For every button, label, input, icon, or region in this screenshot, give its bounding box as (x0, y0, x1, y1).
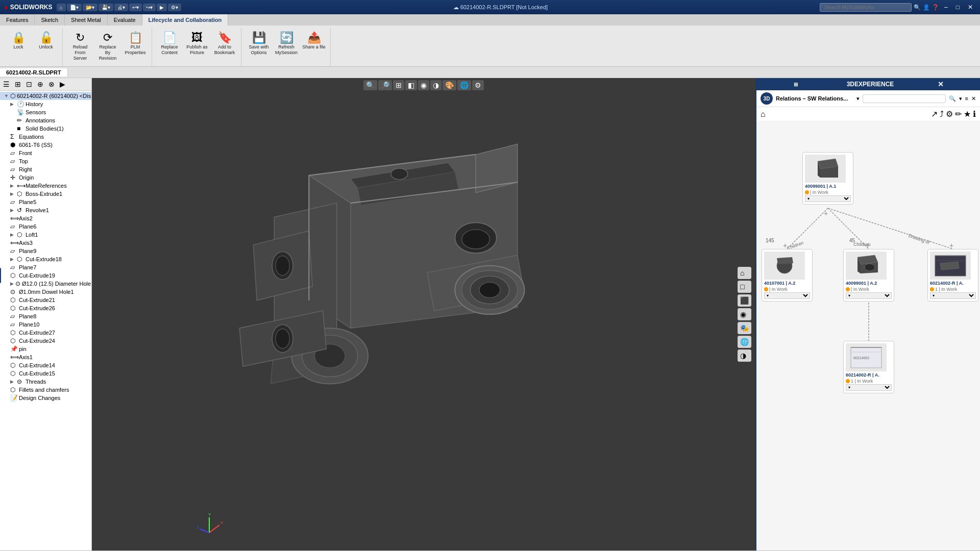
vt-view-icon[interactable]: 🌐 (457, 80, 471, 90)
help-icon[interactable]: ❓ (932, 4, 939, 11)
tree-item-plane10[interactable]: ▱ Plane10 (0, 320, 91, 329)
tree-item-loft1[interactable]: ▶ ⬡ Loft1 (0, 231, 91, 239)
relation-node-2[interactable]: 40107001 | A.2 | In Work ▾ (762, 249, 813, 302)
tree-item-cut-extrude27[interactable]: ⬡ Cut-Extrude27 (0, 329, 91, 337)
vt-appearance-icon[interactable]: ◑ (430, 80, 442, 90)
share-a-file-button[interactable]: 📤 Share a file (301, 30, 327, 53)
tree-item-cut-extrude15[interactable]: ⬡ Cut-Extrude15 (0, 369, 91, 378)
ft-icon-orient[interactable]: ⊕ (35, 79, 45, 89)
tree-item-cut-extrude14[interactable]: ⬡ Cut-Extrude14 (0, 361, 91, 369)
tree-item-front[interactable]: ▱ Front (0, 149, 91, 157)
node-dropdown[interactable]: ▾ (846, 384, 892, 391)
tab-lifecycle[interactable]: Lifecycle and Collaboration (142, 14, 229, 26)
home-icon[interactable]: ⌂ (57, 4, 66, 11)
node-dropdown[interactable]: ▾ (930, 292, 976, 299)
tree-item-sensors[interactable]: 📡 Sensors (0, 108, 91, 116)
relations-search[interactable] (863, 94, 945, 103)
add-to-bookmark-button[interactable]: 🔖 Add to Bookmark (211, 30, 238, 58)
tree-item-cut-extrude26[interactable]: ⬡ Cut-Extrude26 (0, 304, 91, 312)
close-button[interactable]: ✕ (965, 3, 976, 12)
options-icon[interactable]: ⚙▾ (168, 4, 181, 11)
tree-item-cut-extrude18[interactable]: ▶ ⬡ Cut-Extrude18 (0, 255, 91, 263)
plm-properties-button[interactable]: 📋 PLM Properties (122, 30, 149, 58)
tree-item-plane6[interactable]: ▱ Plane6 (0, 222, 91, 231)
vt-grid-icon[interactable]: ⊞ (393, 80, 404, 90)
filter-icon[interactable]: ▾ (959, 95, 962, 102)
tree-item-top[interactable]: ▱ Top (0, 157, 91, 165)
unlock-button[interactable]: 🔓 Unlock (33, 30, 59, 53)
tree-item-cut-extrude21[interactable]: ⬡ Cut-Extrude21 (0, 296, 91, 304)
relation-node-4[interactable]: 60214002-R | A. 1 | In Work ▾ (927, 249, 978, 302)
tree-item-plane5[interactable]: ▱ Plane5 (0, 198, 91, 206)
ft-icon-filter[interactable]: ⊡ (24, 79, 34, 89)
tree-item-pin[interactable]: 📌 pin (0, 345, 91, 353)
relation-node-1[interactable]: 40099001 | A.1 | In Work ▾ (802, 152, 853, 205)
tree-item-axis3[interactable]: ⟺ Axis3 (0, 239, 91, 247)
dropdown-chevron-icon[interactable]: ▾ (856, 95, 860, 102)
node-dropdown[interactable]: ▾ (805, 195, 851, 202)
tree-item-right[interactable]: ▱ Right (0, 165, 91, 173)
edit-icon[interactable]: ✏ (955, 109, 962, 119)
tree-item-plane9[interactable]: ▱ Plane9 (0, 247, 91, 255)
tree-item-annotations[interactable]: ✏ Annotations (0, 116, 91, 124)
tree-item-plane7[interactable]: ▱ Plane7 (0, 263, 91, 271)
tree-item-cut-extrude24[interactable]: ⬡ Cut-Extrude24 (0, 337, 91, 345)
vt-section-icon[interactable]: ◧ (405, 80, 417, 90)
vt-settings-icon[interactable]: ⚙ (472, 80, 484, 90)
bookmark-icon[interactable]: ★ (964, 109, 971, 119)
tab-sheet-metal[interactable]: Sheet Metal (65, 14, 108, 26)
tab-features[interactable]: Features (0, 14, 35, 26)
tree-item-origin[interactable]: ✛ Origin (0, 173, 91, 182)
save-with-options-button[interactable]: 💾 Save with Options (246, 30, 272, 58)
ft-icon-list[interactable]: ☰ (1, 79, 12, 89)
node-dropdown[interactable]: ▾ (846, 292, 892, 299)
view-tab-main[interactable]: 60214002-R.SLDPRT (0, 68, 68, 77)
settings-icon[interactable]: ⚙ (946, 109, 953, 119)
tab-sketch[interactable]: Sketch (35, 14, 65, 26)
tree-item-design-changes[interactable]: 📝 Design Changes (0, 394, 91, 402)
tree-item-material[interactable]: ⬢ 6061-T6 (SS) (0, 141, 91, 149)
ft-icon-more[interactable]: ⊗ (46, 79, 57, 89)
tree-item-hole1[interactable]: ▶ ⊙ Ø12.0 (12.5) Diameter Hole1 (0, 280, 91, 288)
vt-zoom-icon[interactable]: 🔍 (363, 80, 377, 90)
minimize-button[interactable]: – (941, 3, 951, 12)
vt-zoom2-icon[interactable]: 🔎 (378, 80, 392, 90)
export-icon[interactable]: ↗ (931, 109, 938, 119)
user-icon[interactable]: 👤 (923, 4, 930, 11)
vt-scene-icon[interactable]: 🎨 (443, 80, 456, 90)
maximize-button[interactable]: □ (953, 3, 963, 12)
vt-display-icon[interactable]: ◉ (418, 80, 429, 90)
publish-as-picture-button[interactable]: 🖼 Publish as Picture (184, 30, 210, 58)
new-icon[interactable]: 📄▾ (67, 4, 82, 11)
ft-icon-grid[interactable]: ⊞ (13, 79, 23, 89)
rebuild-icon[interactable]: ▶ (157, 4, 167, 11)
panel-expand-icon[interactable]: ⊞ (761, 82, 831, 87)
reload-from-server-button[interactable]: ↻ Reload From Server (67, 30, 93, 63)
close-panel-icon[interactable]: ✕ (971, 95, 976, 102)
info-icon[interactable]: ℹ (973, 109, 976, 119)
more-icon[interactable]: ≡ (965, 95, 968, 102)
tree-item-fillets[interactable]: ⬡ Fillets and chamfers (0, 386, 91, 394)
tree-item-axis1[interactable]: ⟺ Axis1 (0, 353, 91, 361)
node-dropdown[interactable]: ▾ (764, 292, 810, 299)
search-icon[interactable]: 🔍 (949, 95, 956, 102)
redo-icon[interactable]: ↪▾ (143, 4, 156, 11)
tree-item-mate-references[interactable]: ▶ ⟷ MateReferences (0, 182, 91, 190)
search-icon[interactable]: 🔍 (914, 4, 921, 11)
tree-item-boss-extrude1[interactable]: ▶ ⬡ Boss-Extrude1 (0, 190, 91, 198)
tree-item-dowel-hole[interactable]: ⊙ Ø1.0mm Dowel Hole1 (0, 288, 91, 296)
tree-item-history[interactable]: ▶ 🕐 History (0, 100, 91, 108)
3d-viewport[interactable]: 🔍 🔎 ⊞ ◧ ◉ ◑ 🎨 🌐 ⚙ ⌂ □ ⬛ ◉ 🎭 🌐 ◑ (92, 78, 755, 550)
tree-item-equations[interactable]: Σ Equations (0, 133, 91, 141)
tree-item-revolve1[interactable]: ▶ ↺ Revolve1 (0, 206, 91, 214)
replace-content-button[interactable]: 📄 Replace Content (156, 30, 183, 58)
home-icon[interactable]: ⌂ (761, 110, 766, 119)
relation-node-3[interactable]: 40099001 | A.2 | In Work ▾ (843, 249, 894, 302)
tree-item-axis2[interactable]: ⟺ Axis2 (0, 214, 91, 222)
panel-close-button[interactable]: ✕ (905, 80, 976, 88)
tree-item-threads[interactable]: ▶ ⊝ Threads (0, 378, 91, 386)
tree-item-cut-extrude19[interactable]: ⬡ Cut-Extrude19 (0, 271, 91, 280)
lock-button[interactable]: 🔒 Lock (5, 30, 32, 53)
replace-by-revision-button[interactable]: ⟳ Replace By Revision (94, 30, 121, 63)
tab-evaluate[interactable]: Evaluate (108, 14, 142, 26)
